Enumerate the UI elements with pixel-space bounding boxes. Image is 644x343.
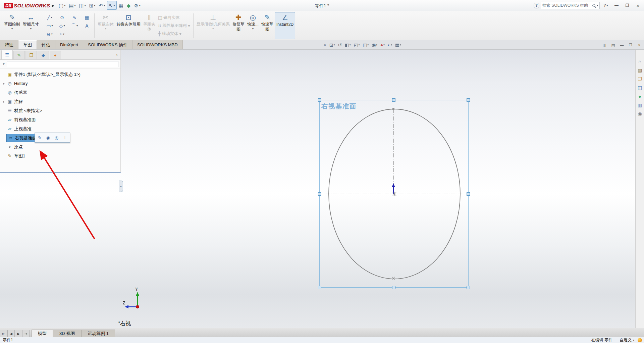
view-orientation-button[interactable]: ◰▾	[353, 41, 361, 49]
hide-show-items-button[interactable]: ◉▾	[371, 41, 378, 49]
section-view-button[interactable]: ◧▾	[344, 41, 352, 49]
cascade-windows-button[interactable]: ▤	[610, 42, 616, 48]
print-button[interactable]: ⊞▾	[88, 1, 97, 10]
propertymanager-tab[interactable]: ✎	[13, 51, 25, 59]
linear-sketch-pattern-button[interactable]: ⠿ 线性草图阵列 ▾	[157, 22, 192, 30]
edit-appearance-button[interactable]: ●▾	[379, 41, 386, 49]
tree-item-history[interactable]: ▸ ◷ History	[0, 79, 120, 88]
file-explorer-icon[interactable]: ❐	[638, 77, 642, 81]
tree-item-sensors[interactable]: ◎ 传感器	[0, 88, 120, 97]
custom-properties-icon[interactable]: ▥	[638, 103, 642, 107]
design-library-icon[interactable]: ▤	[638, 68, 642, 72]
tab-evaluate[interactable]: 评估	[37, 40, 55, 49]
help-circle-icon[interactable]: ?	[534, 3, 539, 8]
status-units[interactable]: 自定义	[620, 337, 632, 343]
grid-tool-button[interactable]: ▦	[81, 13, 93, 21]
filter-input[interactable]	[7, 61, 118, 67]
previous-view-button[interactable]: ↺	[337, 41, 343, 49]
filter-funnel-icon[interactable]: ▼	[2, 62, 5, 66]
minimize-button[interactable]: —	[612, 1, 621, 9]
zoom-area-button[interactable]: ⊡▾	[328, 41, 336, 49]
tab-mbd[interactable]: SOLIDWORKS MBD	[132, 40, 183, 49]
search-icon[interactable]	[592, 4, 595, 7]
configurationmanager-tab[interactable]: ❐	[25, 51, 37, 59]
restore-button[interactable]: ❐	[623, 1, 632, 9]
options-button[interactable]: ⚙▾	[132, 1, 142, 10]
rapid-sketch-button[interactable]: ✎ 快速草 图	[260, 12, 275, 39]
line-tool-button[interactable]: ╱▾	[44, 13, 55, 21]
tree-item-material[interactable]: ☰ 材质 <未指定>	[0, 106, 120, 115]
tree-item-annotations[interactable]: ▸ ▣ 注解	[0, 97, 120, 106]
arc-tool-button[interactable]: ⌒▾	[69, 22, 80, 30]
tab-sketch[interactable]: 草图	[18, 40, 37, 49]
next-tab-button[interactable]: ▶	[15, 330, 22, 337]
help-menu-button[interactable]: ?▾	[601, 1, 610, 9]
display-style-button[interactable]: ◫▾	[362, 41, 370, 49]
tab-addins[interactable]: SOLIDWORKS 插件	[83, 40, 132, 49]
tree-item-top-plane[interactable]: ▱ 上视基准	[0, 124, 120, 133]
tab-dimxpert[interactable]: DimXpert	[55, 40, 83, 49]
ellipse-top-point[interactable]	[392, 108, 394, 110]
tile-windows-button[interactable]: ◫	[601, 42, 608, 48]
zoom-fit-button[interactable]: ⌖	[323, 41, 327, 49]
tree-root-part[interactable]: ▣ 零件1 (默认<<默认>_显示状态 1>)	[0, 70, 120, 79]
sketch-draw-button[interactable]: ✎ 草图绘制 ▾	[3, 12, 21, 39]
apply-scene-button[interactable]: ◐▾	[387, 41, 393, 49]
tab-3d-views[interactable]: 3D 视图	[53, 330, 81, 337]
ellipse-tool-button[interactable]: ⊖▾	[44, 30, 55, 38]
expand-arrow-icon[interactable]: ▸	[1, 100, 7, 103]
quick-snaps-button[interactable]: ◎ 快速... ▾	[246, 12, 260, 39]
move-entities-button[interactable]: ╋ 移动实体 ▾	[157, 30, 192, 38]
view-palette-icon[interactable]: ◫	[638, 85, 642, 90]
sketch-toggle-button[interactable]: ▦	[117, 1, 125, 10]
chevron-down-icon[interactable]: ▾	[633, 339, 634, 342]
chevron-down-icon[interactable]: ▾	[597, 4, 598, 7]
tree-item-origin[interactable]: ⌖ 原点	[0, 142, 120, 151]
panel-collapse-handle[interactable]: ◂	[119, 181, 123, 192]
doc-close-button[interactable]: ×	[636, 42, 643, 48]
search-input[interactable]: 搜索 SOLIDWORKS 帮助 ▾	[541, 2, 600, 9]
view-settings-button[interactable]: ▦▾	[394, 41, 402, 49]
tab-features[interactable]: 特征	[0, 40, 18, 49]
appearances-icon[interactable]: ●	[638, 94, 641, 99]
previous-tab-button[interactable]: ◀	[7, 330, 15, 337]
panel-expand-chevron-icon[interactable]: ›	[116, 52, 118, 57]
save-button[interactable]: ◫▾	[78, 1, 87, 10]
tree-item-sketch1[interactable]: ✎ 草图1	[0, 151, 120, 160]
spline-tool-button[interactable]: ∿	[69, 13, 80, 21]
offset-entities-button[interactable]: ‖ 等距实 体	[142, 12, 157, 39]
doc-minimize-button[interactable]: —	[619, 42, 625, 48]
rebuild-button[interactable]: ◆	[125, 1, 132, 10]
smart-dimension-button[interactable]: ↔ 智能尺寸 ▾	[21, 12, 40, 39]
zoom-to-selection-icon[interactable]: ◎	[53, 134, 60, 142]
open-button[interactable]: ▤▾	[67, 1, 77, 10]
trim-entities-button[interactable]: ✂ 剪裁实体 ▾	[96, 12, 115, 39]
polygon-tool-button[interactable]: ◇▾	[56, 22, 68, 30]
tab-model[interactable]: 模型	[32, 330, 53, 337]
text-tool-button[interactable]: A	[81, 22, 93, 30]
display-delete-relations-button[interactable]: ⊥ 显示/删除几何关系 ▾	[195, 12, 231, 39]
visibility-eye-icon[interactable]: ◉	[44, 134, 52, 142]
dimxpertmanager-tab[interactable]: ◆	[38, 51, 49, 59]
instant2d-button[interactable]: ∠ Instant2D	[275, 12, 295, 39]
fillet-tool-button[interactable]: ≈▾	[56, 30, 68, 38]
tab-motion-study[interactable]: 运动算例 1	[81, 330, 115, 337]
doc-restore-button[interactable]: ❐	[627, 42, 634, 48]
close-button[interactable]: ×	[633, 1, 643, 9]
mirror-entities-button[interactable]: ◫ 镜向实体	[157, 14, 192, 21]
select-button[interactable]: ↖▾	[107, 1, 117, 10]
displaymanager-tab[interactable]: ●	[50, 51, 61, 59]
sketch-button[interactable]: ✎	[36, 134, 44, 142]
repair-sketch-button[interactable]: ✚ 修复草 图	[231, 12, 246, 39]
convert-entities-button[interactable]: ⊡ 转换实体引用	[115, 12, 142, 39]
menu-expand-icon[interactable]: ▶	[52, 4, 54, 7]
undo-button[interactable]: ↶▾	[97, 1, 106, 10]
last-tab-button[interactable]: ⇥	[22, 330, 30, 337]
featuremanager-tab[interactable]: ☰	[1, 50, 13, 59]
first-tab-button[interactable]: ⇤	[0, 330, 7, 337]
resources-ball-icon[interactable]	[638, 338, 642, 342]
circle-tool-button[interactable]: ⊙	[56, 13, 68, 21]
forum-icon[interactable]: ◉	[638, 111, 642, 116]
normal-to-icon[interactable]: ⊥	[61, 134, 69, 142]
new-document-button[interactable]: ▢▾	[57, 1, 67, 10]
